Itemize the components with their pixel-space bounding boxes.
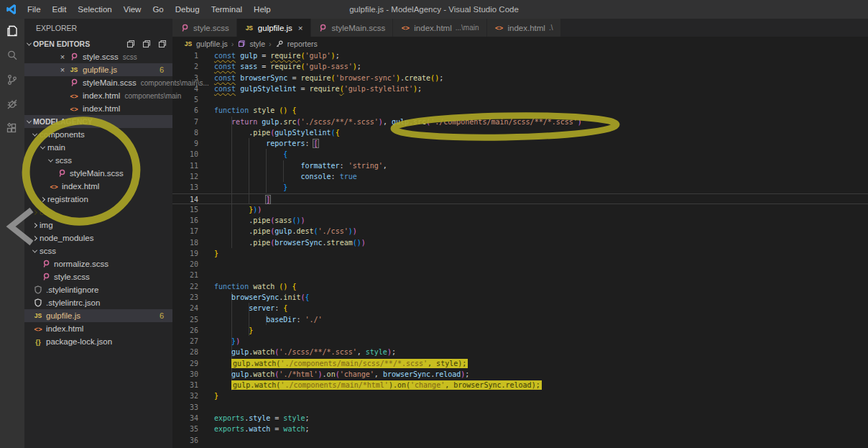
close-icon[interactable]: × (57, 52, 68, 61)
menu-file[interactable]: File (22, 0, 47, 19)
tree-item-package-lock.json[interactable]: {}package-lock.json (24, 335, 172, 348)
activity-explorer-icon[interactable] (0, 19, 24, 43)
menu-terminal[interactable]: Terminal (206, 0, 248, 19)
open-editor-gulpfile.js[interactable]: ×JSgulpfile.js6 (24, 63, 172, 76)
breadcrumb-item-reporters[interactable]: reporters (287, 40, 318, 48)
tree-item-label: package-lock.json (46, 337, 112, 346)
activity-extensions-icon[interactable] (0, 116, 24, 141)
tree-item-styleMain.scss[interactable]: styleMain.scss (24, 167, 172, 180)
code-line[interactable]: 25 baseDir: './' (172, 314, 868, 325)
code-line[interactable]: 20 (172, 259, 868, 270)
tab-style.scss[interactable]: style.scss (172, 19, 237, 37)
code-line[interactable]: 27 }) (172, 336, 868, 347)
code-line[interactable]: 9 reporters: [ (172, 138, 868, 149)
code-line[interactable]: 19} (172, 248, 868, 259)
tab-label: index.html (508, 24, 545, 32)
code-line[interactable]: 34exports.style = style; (172, 413, 868, 424)
code-line[interactable]: 6function style () { (172, 105, 868, 116)
tab-styleMain.scss[interactable]: styleMain.scss (311, 19, 394, 37)
code-line[interactable]: 22function watch () { (172, 281, 868, 292)
tree-item-img[interactable]: img (24, 219, 172, 232)
symbol-property-file-icon (275, 40, 284, 47)
code-line[interactable]: 8 .pipe(gulpStylelint({ (172, 127, 868, 138)
editor-group: style.scssJSgulpfile.js×styleMain.scss<>… (172, 19, 868, 448)
vscode-window: FileEditSelectionViewGoDebugTerminalHelp… (0, 0, 868, 448)
new-untitled-file-icon[interactable] (126, 40, 135, 50)
tree-item-gulpfile.js[interactable]: JSgulpfile.js6 (24, 309, 172, 322)
scss-file-icon (318, 24, 328, 32)
project-root-header[interactable]: MODELAGENCY (24, 115, 172, 128)
open-editor-style.scss[interactable]: ×style.scssscss (24, 50, 172, 63)
tree-item-scss[interactable]: scss (24, 244, 172, 257)
tree-item-scss[interactable]: scss (24, 154, 172, 167)
code-line[interactable]: 11 formatter: 'string', (172, 160, 868, 171)
tree-item-components[interactable]: components (24, 128, 172, 141)
tree-item-.stylelintignore[interactable]: .stylelintignore (24, 283, 172, 296)
open-editors-header[interactable]: OPEN EDITORS (24, 37, 172, 50)
menu-go[interactable]: Go (147, 0, 169, 19)
activity-source-control-icon[interactable] (0, 68, 24, 92)
code-line[interactable]: 24 server: { (172, 303, 868, 314)
code-line[interactable]: 16 .pipe(sass()) (172, 215, 868, 226)
code-line[interactable]: 3const browserSync = require('browser-sy… (172, 73, 868, 83)
close-icon[interactable]: × (298, 24, 303, 32)
code-line[interactable]: 35exports.watch = watch; (172, 424, 868, 434)
open-editor-index.html[interactable]: <>index.html (24, 102, 172, 115)
code-line[interactable]: 30 gulp.watch('./*html').on('change', br… (172, 369, 868, 380)
code-line[interactable]: 10 { (172, 149, 868, 160)
open-editor-index.html[interactable]: <>index.htmlcomponents\main (24, 89, 172, 102)
breadcrumb-item-style[interactable]: style (249, 40, 265, 48)
code-line[interactable]: 21 (172, 270, 868, 280)
code-line[interactable]: 18 .pipe(browserSync.stream()) (172, 237, 868, 248)
breadcrumb[interactable]: JSgulpfile.js›style›reporters (172, 37, 868, 50)
js-file-icon: JS (33, 312, 43, 319)
code-line[interactable]: 23 browserSync.init({ (172, 292, 868, 303)
tree-item-normalize.scss[interactable]: normalize.scss (24, 257, 172, 270)
tab-index.html[interactable]: <>index.html.\ (487, 19, 561, 37)
close-icon[interactable]: × (57, 65, 68, 74)
tree-item-main[interactable]: main (24, 141, 172, 154)
code-line[interactable]: 26 } (172, 325, 868, 336)
code-line[interactable]: 7 return gulp.src('./scss/**/*.scss'), g… (172, 116, 868, 127)
save-all-icon[interactable] (142, 40, 151, 50)
code-line[interactable]: 5 (172, 94, 868, 105)
menu-selection[interactable]: Selection (72, 0, 117, 19)
breadcrumb-item-gulpfile.js[interactable]: gulpfile.js (196, 40, 228, 48)
tree-item-.stylelintrc.json[interactable]: .stylelintrc.json (24, 296, 172, 309)
code-line[interactable]: 36 (172, 435, 868, 446)
code-line[interactable]: 17 .pipe(gulp.dest('./css')) (172, 226, 868, 237)
tree-item-registration[interactable]: registration (24, 193, 172, 206)
menu-edit[interactable]: Edit (47, 0, 73, 19)
code-line[interactable]: 33 (172, 402, 868, 413)
code-line[interactable]: 2const sass = require('gulp-sass'); (172, 61, 868, 72)
menu-help[interactable]: Help (248, 0, 277, 19)
tree-item-index.html[interactable]: <>index.html (24, 180, 172, 193)
tree-item-css[interactable]: css (24, 206, 172, 219)
tab-gulpfile.js[interactable]: JSgulpfile.js× (237, 19, 311, 37)
line-text: function watch () { (214, 281, 296, 292)
code-line[interactable]: 29 gulp.watch('./components/main/scss/**… (172, 358, 868, 369)
tree-item-index.html[interactable]: <>index.html (24, 322, 172, 335)
tree-item-node_modules[interactable]: node_modules (24, 232, 172, 244)
open-editor-styleMain.scss[interactable]: styleMain.scsscomponents\main\s... (24, 76, 172, 89)
close-all-editors-icon[interactable] (158, 40, 167, 50)
code-line[interactable]: 4const gulpStylelint = require('gulp-sty… (172, 83, 868, 94)
code-editor[interactable]: 1const gulp = require('gulp');2const sas… (172, 50, 868, 448)
activity-debug-icon[interactable] (0, 92, 24, 116)
menu-view[interactable]: View (118, 0, 147, 19)
code-line[interactable]: 13 } (172, 182, 868, 193)
code-line[interactable]: 14 ] (172, 193, 868, 204)
tab-index.html[interactable]: <>index.html...\main (393, 19, 486, 37)
code-line[interactable]: 28 gulp.watch('./scss/**/*.scss', style)… (172, 347, 868, 357)
code-line[interactable]: 15 })) (172, 204, 868, 215)
line-text: .pipe(gulp.dest('./css')) (214, 226, 357, 237)
line-number: 34 (172, 413, 198, 424)
tree-item-style.scss[interactable]: style.scss (24, 270, 172, 283)
open-editors-title: OPEN EDITORS (33, 40, 90, 48)
code-line[interactable]: 12 console: true (172, 171, 868, 182)
activity-search-icon[interactable] (0, 43, 24, 68)
code-line[interactable]: 31 gulp.watch('./components/main/*html')… (172, 380, 868, 390)
code-line[interactable]: 1const gulp = require('gulp'); (172, 50, 868, 61)
menu-debug[interactable]: Debug (170, 0, 206, 19)
code-line[interactable]: 32} (172, 390, 868, 401)
